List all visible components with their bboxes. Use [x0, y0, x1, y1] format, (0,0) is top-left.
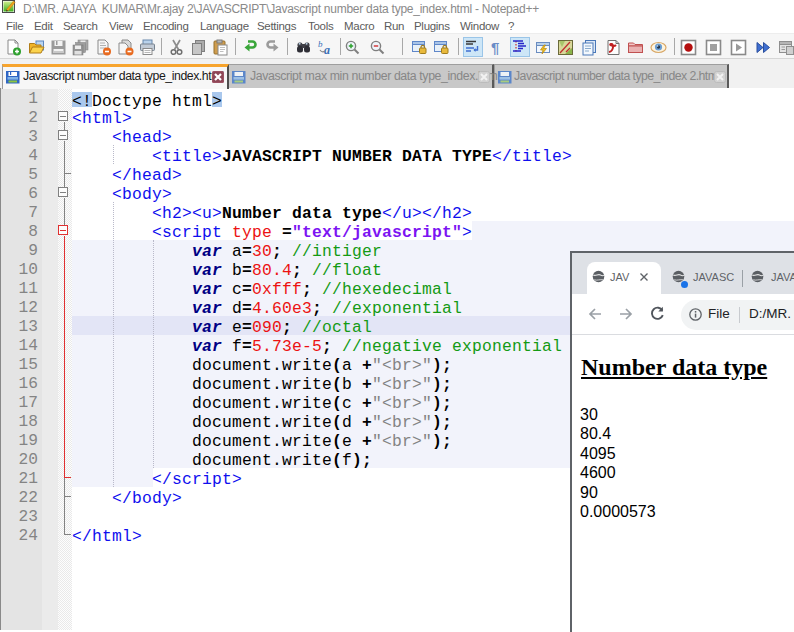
svg-text:b: b — [318, 39, 323, 49]
svg-text:¶: ¶ — [491, 39, 499, 56]
svg-text:a: a — [324, 43, 330, 56]
